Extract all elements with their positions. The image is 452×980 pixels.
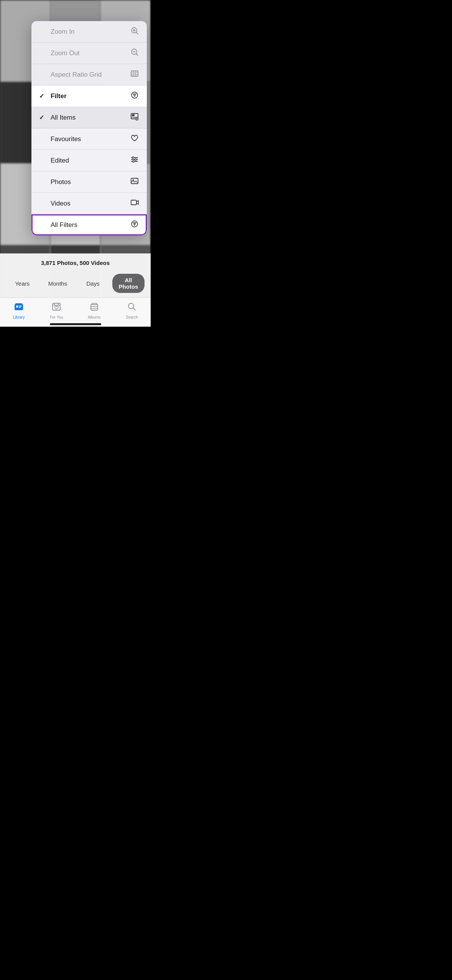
tab-search[interactable]: Search bbox=[120, 302, 143, 319]
all-items-icon bbox=[130, 112, 139, 123]
tab-months[interactable]: Months bbox=[41, 277, 74, 290]
videos-label: Videos bbox=[51, 200, 71, 207]
svg-rect-7 bbox=[131, 71, 138, 76]
tab-albums[interactable]: Albums bbox=[83, 302, 106, 319]
menu-item-zoom-out[interactable]: Zoom Out bbox=[31, 43, 147, 64]
menu-item-zoom-in[interactable]: Zoom In bbox=[31, 21, 147, 43]
view-tabs: Years Months Days All Photos bbox=[0, 271, 151, 298]
menu-item-edited[interactable]: Edited bbox=[31, 150, 147, 171]
bottom-section: 3,871 Photos, 500 Videos Years Months Da… bbox=[0, 253, 151, 327]
svg-rect-17 bbox=[132, 114, 135, 116]
menu-item-aspect-ratio[interactable]: Aspect Ratio Grid bbox=[31, 64, 147, 86]
svg-rect-36 bbox=[16, 306, 18, 307]
tab-albums-label: Albums bbox=[88, 315, 100, 319]
tab-days[interactable]: Days bbox=[77, 277, 109, 290]
svg-rect-44 bbox=[92, 303, 97, 304]
svg-line-48 bbox=[133, 308, 135, 311]
tab-bar: Library For You bbox=[0, 298, 151, 321]
svg-rect-35 bbox=[15, 304, 23, 310]
library-icon bbox=[14, 302, 24, 314]
menu-item-all-items[interactable]: ✓ All Items bbox=[31, 107, 147, 128]
tab-for-you[interactable]: For You bbox=[45, 302, 68, 319]
all-filters-label: All Filters bbox=[51, 221, 77, 229]
menu-item-filter[interactable]: ✓ Filter bbox=[31, 86, 147, 107]
tab-library[interactable]: Library bbox=[7, 302, 30, 319]
tab-years[interactable]: Years bbox=[6, 277, 38, 290]
aspect-ratio-icon bbox=[130, 69, 139, 80]
photo-icon bbox=[130, 177, 139, 187]
video-icon bbox=[130, 198, 139, 209]
context-menu: Zoom In Zoom Out Aspect bbox=[31, 21, 147, 235]
search-icon bbox=[127, 302, 137, 314]
svg-rect-43 bbox=[91, 304, 98, 310]
svg-rect-37 bbox=[19, 306, 21, 307]
photo-count: 3,871 Photos, 500 Videos bbox=[0, 253, 151, 271]
svg-line-3 bbox=[136, 33, 138, 34]
zoom-out-label: Zoom Out bbox=[51, 49, 80, 57]
tab-for-you-label: For You bbox=[50, 315, 63, 319]
svg-rect-30 bbox=[131, 200, 136, 205]
all-filters-icon bbox=[130, 220, 139, 230]
favourites-label: Favourites bbox=[51, 135, 81, 143]
svg-point-27 bbox=[133, 161, 134, 162]
menu-item-videos[interactable]: Videos bbox=[31, 193, 147, 214]
menu-item-favourites[interactable]: Favourites bbox=[31, 128, 147, 150]
menu-item-photos[interactable]: Photos bbox=[31, 171, 147, 193]
svg-rect-38 bbox=[19, 307, 21, 308]
for-you-icon bbox=[51, 302, 61, 314]
sliders-icon bbox=[130, 155, 139, 166]
svg-point-26 bbox=[135, 159, 136, 160]
zoom-in-icon bbox=[130, 26, 139, 37]
filter-label: Filter bbox=[51, 92, 67, 100]
checkmark-filter: ✓ bbox=[39, 92, 47, 100]
svg-point-25 bbox=[132, 157, 134, 158]
home-indicator bbox=[0, 321, 151, 327]
albums-icon bbox=[89, 302, 99, 314]
checkmark-all-items: ✓ bbox=[39, 114, 47, 121]
tab-library-label: Library bbox=[13, 315, 25, 319]
home-bar bbox=[50, 323, 101, 325]
all-items-label: All Items bbox=[51, 114, 76, 122]
heart-icon bbox=[130, 134, 139, 144]
tab-all-photos[interactable]: All Photos bbox=[112, 274, 145, 293]
zoom-out-icon bbox=[130, 48, 139, 58]
svg-line-6 bbox=[136, 54, 138, 56]
tab-search-label: Search bbox=[126, 315, 138, 319]
photos-label: Photos bbox=[51, 178, 71, 186]
edited-label: Edited bbox=[51, 157, 69, 164]
aspect-ratio-label: Aspect Ratio Grid bbox=[51, 71, 102, 79]
svg-rect-28 bbox=[131, 178, 138, 184]
filter-icon bbox=[130, 91, 139, 101]
zoom-in-label: Zoom In bbox=[51, 28, 74, 36]
menu-item-all-filters[interactable]: All Filters bbox=[31, 214, 147, 235]
